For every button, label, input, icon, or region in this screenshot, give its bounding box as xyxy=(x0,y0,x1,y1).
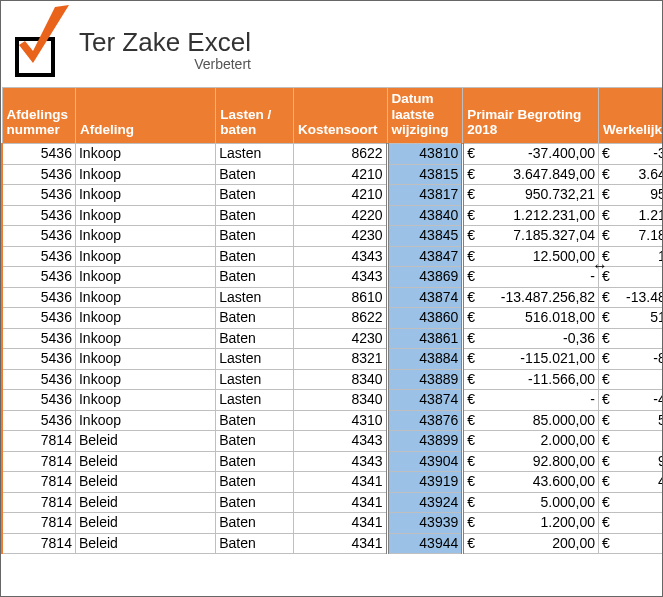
cell-afdeling[interactable]: Beleid xyxy=(75,533,215,554)
cell-datum[interactable]: 43815 xyxy=(387,164,463,185)
cell-afdelings-nummer[interactable]: 5436 xyxy=(2,267,75,288)
cell-werkelijk[interactable]: €50.00 xyxy=(599,410,663,431)
cell-afdeling[interactable]: Inkoop xyxy=(75,410,215,431)
cell-datum[interactable]: 43874 xyxy=(387,390,463,411)
cell-lasten-baten[interactable]: Baten xyxy=(216,410,294,431)
cell-lasten-baten[interactable]: Baten xyxy=(216,164,294,185)
cell-lasten-baten[interactable]: Baten xyxy=(216,246,294,267)
col-kostensoort[interactable]: Kostensoort xyxy=(294,88,387,144)
cell-datum[interactable]: 43810 xyxy=(387,144,463,165)
cell-lasten-baten[interactable]: Lasten xyxy=(216,287,294,308)
cell-afdeling[interactable]: Inkoop xyxy=(75,287,215,308)
cell-kostensoort[interactable]: 4343 xyxy=(294,431,387,452)
cell-kostensoort[interactable]: 8340 xyxy=(294,369,387,390)
cell-afdelings-nummer[interactable]: 5436 xyxy=(2,164,75,185)
cell-kostensoort[interactable]: 4343 xyxy=(294,451,387,472)
table-row[interactable]: 7814BeleidBaten434143924€5.000,00€5.00 xyxy=(2,492,663,513)
cell-afdelings-nummer[interactable]: 7814 xyxy=(2,451,75,472)
cell-afdelings-nummer[interactable]: 7814 xyxy=(2,431,75,452)
cell-afdeling[interactable]: Inkoop xyxy=(75,185,215,206)
cell-kostensoort[interactable]: 4210 xyxy=(294,185,387,206)
cell-afdelings-nummer[interactable]: 5436 xyxy=(2,308,75,329)
cell-werkelijk[interactable]: €20 xyxy=(599,533,663,554)
cell-datum[interactable]: 43876 xyxy=(387,410,463,431)
cell-kostensoort[interactable]: 4341 xyxy=(294,492,387,513)
table-row[interactable]: 5436InkoopBaten423043845€7.185.327,04€7.… xyxy=(2,226,663,247)
table-row[interactable]: 5436InkoopBaten434343847€12.500,00€12.50 xyxy=(2,246,663,267)
cell-datum[interactable]: 43889 xyxy=(387,369,463,390)
cell-werkelijk[interactable]: €-13.487.25 xyxy=(599,287,663,308)
cell-kostensoort[interactable]: 4210 xyxy=(294,164,387,185)
cell-primair-begroting[interactable]: €5.000,00 xyxy=(463,492,599,513)
cell-primair-begroting[interactable]: €-11.566,00 xyxy=(463,369,599,390)
cell-werkelijk[interactable]: €-37.40 xyxy=(599,144,663,165)
cell-primair-begroting[interactable]: €43.600,00 xyxy=(463,472,599,493)
cell-werkelijk[interactable]: € xyxy=(599,369,663,390)
cell-datum[interactable]: 43904 xyxy=(387,451,463,472)
cell-kostensoort[interactable]: 4310 xyxy=(294,410,387,431)
col-primair-begroting[interactable]: Primair Begroting 2018 xyxy=(463,88,599,144)
cell-datum[interactable]: 43817 xyxy=(387,185,463,206)
cell-werkelijk[interactable]: €1.212.23 xyxy=(599,205,663,226)
table-row[interactable]: 5436InkoopBaten862243860€516.018,00€516.… xyxy=(2,308,663,329)
cell-datum[interactable]: 43919 xyxy=(387,472,463,493)
cell-kostensoort[interactable]: 4343 xyxy=(294,267,387,288)
data-table[interactable]: Afdelings nummer Afdeling Lasten / baten… xyxy=(1,87,663,554)
table-row[interactable]: 5436InkoopLasten861043874€-13.487.256,82… xyxy=(2,287,663,308)
cell-lasten-baten[interactable]: Lasten xyxy=(216,349,294,370)
cell-primair-begroting[interactable]: €-13.487.256,82 xyxy=(463,287,599,308)
cell-afdelings-nummer[interactable]: 5436 xyxy=(2,246,75,267)
cell-datum[interactable]: 43899 xyxy=(387,431,463,452)
cell-afdelings-nummer[interactable]: 7814 xyxy=(2,533,75,554)
cell-lasten-baten[interactable]: Baten xyxy=(216,533,294,554)
cell-primair-begroting[interactable]: €950.732,21 xyxy=(463,185,599,206)
cell-primair-begroting[interactable]: €85.000,00 xyxy=(463,410,599,431)
table-row[interactable]: 5436InkoopBaten421043815€3.647.849,00€3.… xyxy=(2,164,663,185)
cell-kostensoort[interactable]: 4220 xyxy=(294,205,387,226)
cell-werkelijk[interactable]: €5.00 xyxy=(599,492,663,513)
cell-werkelijk[interactable]: €12.50 xyxy=(599,246,663,267)
cell-afdeling[interactable]: Inkoop xyxy=(75,308,215,329)
table-row[interactable]: 5436InkoopBaten434343869€-€ xyxy=(2,267,663,288)
col-werkelijk[interactable]: Werkelijk xyxy=(599,88,663,144)
cell-afdelings-nummer[interactable]: 5436 xyxy=(2,185,75,206)
cell-datum[interactable]: 43861 xyxy=(387,328,463,349)
cell-lasten-baten[interactable]: Baten xyxy=(216,267,294,288)
cell-afdelings-nummer[interactable]: 5436 xyxy=(2,328,75,349)
table-row[interactable]: 5436InkoopBaten431043876€85.000,00€50.00 xyxy=(2,410,663,431)
cell-afdeling[interactable]: Inkoop xyxy=(75,328,215,349)
cell-afdeling[interactable]: Inkoop xyxy=(75,349,215,370)
cell-lasten-baten[interactable]: Baten xyxy=(216,328,294,349)
table-row[interactable]: 5436InkoopLasten832143884€-115.021,00€-8… xyxy=(2,349,663,370)
cell-afdeling[interactable]: Inkoop xyxy=(75,267,215,288)
cell-afdeling[interactable]: Inkoop xyxy=(75,144,215,165)
table-row[interactable]: 7814BeleidBaten434143944€200,00€20 xyxy=(2,533,663,554)
col-lasten-baten[interactable]: Lasten / baten xyxy=(216,88,294,144)
cell-werkelijk[interactable]: €950.73 xyxy=(599,185,663,206)
cell-afdeling[interactable]: Inkoop xyxy=(75,369,215,390)
cell-lasten-baten[interactable]: Lasten xyxy=(216,144,294,165)
cell-datum[interactable]: 43869 xyxy=(387,267,463,288)
table-row[interactable]: 5436InkoopBaten423043861€-0,36€ xyxy=(2,328,663,349)
cell-afdeling[interactable]: Inkoop xyxy=(75,164,215,185)
cell-primair-begroting[interactable]: €3.647.849,00 xyxy=(463,164,599,185)
cell-werkelijk[interactable]: €1.20 xyxy=(599,513,663,534)
cell-afdeling[interactable]: Inkoop xyxy=(75,390,215,411)
cell-primair-begroting[interactable]: €- xyxy=(463,267,599,288)
cell-werkelijk[interactable]: €-42.56 xyxy=(599,390,663,411)
cell-primair-begroting[interactable]: €- xyxy=(463,390,599,411)
cell-afdelings-nummer[interactable]: 5436 xyxy=(2,349,75,370)
cell-werkelijk[interactable]: €92.80 xyxy=(599,451,663,472)
cell-kostensoort[interactable]: 4341 xyxy=(294,533,387,554)
cell-primair-begroting[interactable]: €7.185.327,04 xyxy=(463,226,599,247)
cell-lasten-baten[interactable]: Baten xyxy=(216,226,294,247)
cell-primair-begroting[interactable]: €200,00 xyxy=(463,533,599,554)
cell-afdeling[interactable]: Inkoop xyxy=(75,226,215,247)
cell-lasten-baten[interactable]: Baten xyxy=(216,492,294,513)
cell-primair-begroting[interactable]: €516.018,00 xyxy=(463,308,599,329)
cell-afdeling[interactable]: Beleid xyxy=(75,431,215,452)
table-row[interactable]: 5436InkoopBaten422043840€1.212.231,00€1.… xyxy=(2,205,663,226)
cell-primair-begroting[interactable]: €1.200,00 xyxy=(463,513,599,534)
cell-afdeling[interactable]: Beleid xyxy=(75,492,215,513)
table-row[interactable]: 5436InkoopBaten421043817€950.732,21€950.… xyxy=(2,185,663,206)
